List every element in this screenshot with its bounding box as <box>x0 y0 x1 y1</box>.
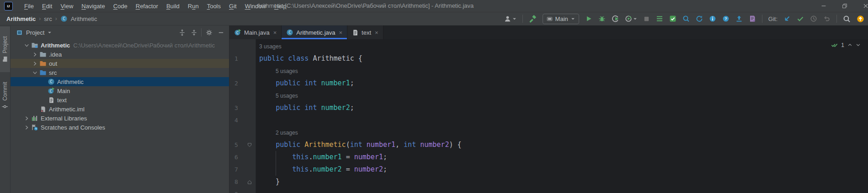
tree-item-arithmetic[interactable]: ArithmeticC:\Users\Алексей\OneDrive\Рабо… <box>11 41 229 50</box>
tab-close-icon[interactable]: × <box>273 29 277 36</box>
usages-inlay-text[interactable]: 2 usages <box>276 127 298 139</box>
menu-tools[interactable]: Tools <box>203 0 225 12</box>
code-text[interactable]: this.number2 = number2; <box>256 163 868 176</box>
chevron-down-icon[interactable] <box>856 42 861 47</box>
breadcrumb-class[interactable]: Arithmetic <box>71 16 97 22</box>
breadcrumb-src[interactable]: src <box>44 16 52 22</box>
ide-update-button[interactable] <box>857 15 864 23</box>
scratch-file-button[interactable] <box>749 15 756 22</box>
breadcrumb-root[interactable]: Arithmetic <box>6 16 36 22</box>
checks-button[interactable] <box>669 15 676 22</box>
settings-button[interactable] <box>204 28 213 37</box>
run-dashboard-button[interactable] <box>656 15 663 22</box>
usages-inlay-text[interactable]: 5 usages <box>276 65 298 78</box>
tab-main-java[interactable]: CMain.java× <box>229 26 282 39</box>
chevron-right-icon[interactable] <box>31 52 39 57</box>
line-number[interactable]: 2 <box>229 80 243 87</box>
tree-item-arithmetic[interactable]: CArithmetic <box>11 77 229 86</box>
tree-item--idea[interactable]: .idea <box>11 50 229 59</box>
code-text[interactable]: this.number1 = number1; <box>256 151 868 163</box>
git-history-button[interactable] <box>810 15 817 22</box>
usages-inlay[interactable]: 5 usages <box>256 65 868 77</box>
editor-body[interactable]: 3 usages1public class Arithmetic {5 usag… <box>229 39 868 193</box>
run-button[interactable] <box>585 15 592 22</box>
inspect-code-button[interactable] <box>682 15 690 22</box>
tree-item-out[interactable]: out <box>11 59 229 68</box>
search-everywhere-button[interactable] <box>843 15 851 23</box>
line-number[interactable]: 8 <box>229 178 243 185</box>
menu-git[interactable]: Git <box>225 0 241 12</box>
line-number[interactable]: 3 <box>229 104 243 111</box>
hide-button[interactable] <box>216 28 225 37</box>
code-text[interactable]: } <box>256 176 868 188</box>
chevron-down-icon[interactable] <box>31 70 39 75</box>
upload-button[interactable] <box>735 15 743 22</box>
coverage-button[interactable] <box>625 15 637 22</box>
line-number[interactable]: 7 <box>229 166 243 173</box>
menu-refactor[interactable]: Refactor <box>132 0 162 12</box>
build-button[interactable] <box>529 15 537 23</box>
menu-run[interactable]: Run <box>184 0 203 12</box>
git-update-button[interactable] <box>783 15 791 22</box>
line-number[interactable]: 1 <box>229 55 243 62</box>
code-text[interactable]: public class Arithmetic { <box>256 52 868 65</box>
tree-item-external-libraries[interactable]: External Libraries <box>11 114 229 123</box>
expand-all-button[interactable] <box>177 28 186 37</box>
menu-build[interactable]: Build <box>162 0 184 12</box>
tree-item-arithmetic-iml[interactable]: Arithmetic.iml <box>11 104 229 114</box>
info-button[interactable] <box>709 15 716 22</box>
tab-arithmetic-java[interactable]: CArithmetic.java× <box>282 26 347 39</box>
tree-item-scratches-and-consoles[interactable]: Scratches and Consoles <box>11 123 229 132</box>
line-number[interactable]: 6 <box>229 154 243 161</box>
inspection-widget[interactable]: 1 <box>831 42 861 48</box>
code-text[interactable] <box>256 188 868 193</box>
run-config-selector[interactable]: Main <box>543 14 579 24</box>
line-number[interactable]: 9 <box>229 191 243 193</box>
minimize-button[interactable] <box>813 0 834 12</box>
stripe-button-commit[interactable]: Commit <box>0 72 10 120</box>
profiler-button[interactable] <box>612 15 619 22</box>
tree-item-main[interactable]: CMain <box>11 86 229 95</box>
code-text[interactable]: public int number1; <box>256 77 868 89</box>
menu-code[interactable]: Code <box>109 0 132 12</box>
fold-marker-icon[interactable] <box>243 180 256 184</box>
close-button[interactable] <box>855 0 868 12</box>
collapse-all-button[interactable] <box>189 28 198 37</box>
tree-item-text[interactable]: text <box>11 95 229 104</box>
line-number[interactable]: 5 <box>229 141 243 148</box>
chevron-up-icon[interactable] <box>847 42 852 47</box>
chevron-down-icon[interactable] <box>22 43 31 48</box>
usages-inlay[interactable]: 3 usages <box>256 40 868 52</box>
tree-item-src[interactable]: src <box>11 68 229 77</box>
menu-file[interactable]: File <box>20 0 38 12</box>
usages-inlay-text[interactable]: 5 usages <box>276 90 298 102</box>
code-text[interactable] <box>256 114 868 126</box>
tab-text[interactable]: text× <box>347 26 383 39</box>
stripe-button-project[interactable]: Project <box>0 26 10 72</box>
maximize-button[interactable] <box>834 0 855 12</box>
menu-view[interactable]: View <box>56 0 77 12</box>
chevron-right-icon[interactable] <box>22 116 31 121</box>
codewithme-button[interactable] <box>504 15 517 23</box>
chevron-right-icon[interactable] <box>31 61 39 66</box>
project-panel-title[interactable]: Project <box>16 29 52 36</box>
tab-close-icon[interactable]: × <box>339 29 342 36</box>
sync-button[interactable] <box>696 15 703 22</box>
git-rollback-button[interactable] <box>823 15 831 22</box>
usages-inlay-text[interactable]: 3 usages <box>259 41 282 53</box>
code-text[interactable]: public Arithmetic(int number1, int numbe… <box>256 139 868 151</box>
stop-button[interactable] <box>643 16 650 22</box>
debug-button[interactable] <box>598 15 606 22</box>
menu-navigate[interactable]: Navigate <box>77 0 109 12</box>
code-text[interactable]: public int number2; <box>256 102 868 114</box>
git-commit-button[interactable] <box>797 15 804 22</box>
main-toolbar: Arithmetic › src › C Arithmetic Main?Git… <box>0 12 868 26</box>
usages-inlay[interactable]: 5 usages <box>256 89 868 102</box>
usages-inlay[interactable]: 2 usages <box>256 126 868 139</box>
line-number[interactable]: 4 <box>229 117 243 124</box>
help-button[interactable]: ? <box>722 15 730 22</box>
menu-edit[interactable]: Edit <box>38 0 56 12</box>
tab-close-icon[interactable]: × <box>375 29 378 36</box>
fold-marker-icon[interactable] <box>243 143 256 147</box>
chevron-right-icon[interactable] <box>22 125 31 130</box>
